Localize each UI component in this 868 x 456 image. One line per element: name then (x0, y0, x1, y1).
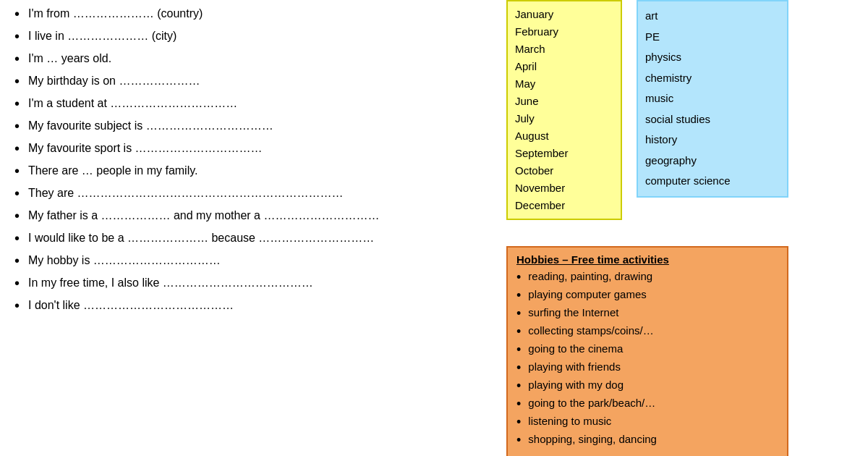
hobby-item: playing with friends (516, 360, 778, 376)
bullet-item: My favourite sport is …………………………… (14, 142, 463, 157)
bullet-item: I live in ………………… (city) (14, 30, 463, 45)
bullet-list: I'm from ………………… (country)I live in …………… (14, 7, 463, 314)
month-item: August (515, 127, 613, 145)
hobby-item: surfing the Internet (516, 306, 778, 321)
month-item: April (515, 58, 613, 75)
hobbies-box: Hobbies – Free time activities reading, … (506, 246, 788, 456)
hobby-item: collecting stamps/coins/… (516, 324, 778, 339)
bullet-item: I would like to be a ………………… because ………… (14, 232, 463, 247)
main-content: I'm from ………………… (country)I live in …………… (14, 7, 463, 321)
subjects-box: artPEphysicschemistrymusicsocial studies… (637, 0, 788, 198)
hobby-item: going to the cinema (516, 342, 778, 358)
bullet-item: My hobby is …………………………… (14, 254, 463, 269)
subject-item: PE (645, 27, 780, 48)
month-item: February (515, 23, 613, 41)
subject-item: social studies (645, 109, 780, 130)
hobby-item: shopping, singing, dancing (516, 433, 778, 448)
bullet-item: My birthday is on ………………… (14, 75, 463, 90)
month-item: September (515, 145, 613, 162)
month-item: October (515, 162, 613, 180)
months-box: JanuaryFebruaryMarchAprilMayJuneJulyAugu… (506, 0, 622, 220)
month-item: December (515, 197, 613, 214)
subject-item: history (645, 130, 780, 151)
bullet-item: In my free time, I also like ……………………………… (14, 276, 463, 292)
subject-item: music (645, 88, 780, 109)
hobbies-title: Hobbies – Free time activities (516, 253, 778, 266)
hobby-item: playing with my dog (516, 379, 778, 394)
month-item: July (515, 110, 613, 127)
month-item: May (515, 75, 613, 93)
subject-item: geography (645, 151, 780, 172)
subject-item: chemistry (645, 68, 780, 89)
bullet-item: I don't like ………………………………… (14, 299, 463, 314)
bullet-item: There are … people in my family. (14, 164, 463, 180)
subject-item: physics (645, 47, 780, 68)
month-item: January (515, 6, 613, 23)
bullet-item: My father is a ……………… and my mother a ……… (14, 209, 463, 224)
month-item: November (515, 180, 613, 197)
bullet-item: I'm a student at …………………………… (14, 97, 463, 112)
month-item: March (515, 41, 613, 58)
hobby-item: listening to music (516, 415, 778, 430)
subject-item: art (645, 6, 780, 27)
hobby-item: going to the park/beach/… (516, 397, 778, 412)
month-item: June (515, 93, 613, 110)
subject-item: computer science (645, 171, 780, 192)
hobbies-list: reading, painting, drawingplaying comput… (516, 270, 778, 448)
bullet-item: They are …………………………………………………………… (14, 187, 463, 202)
bullet-item: I'm … years old. (14, 52, 463, 67)
hobby-item: playing computer games (516, 288, 778, 303)
hobby-item: reading, painting, drawing (516, 270, 778, 285)
bullet-item: My favourite subject is …………………………… (14, 119, 463, 135)
bullet-item: I'm from ………………… (country) (14, 7, 463, 22)
